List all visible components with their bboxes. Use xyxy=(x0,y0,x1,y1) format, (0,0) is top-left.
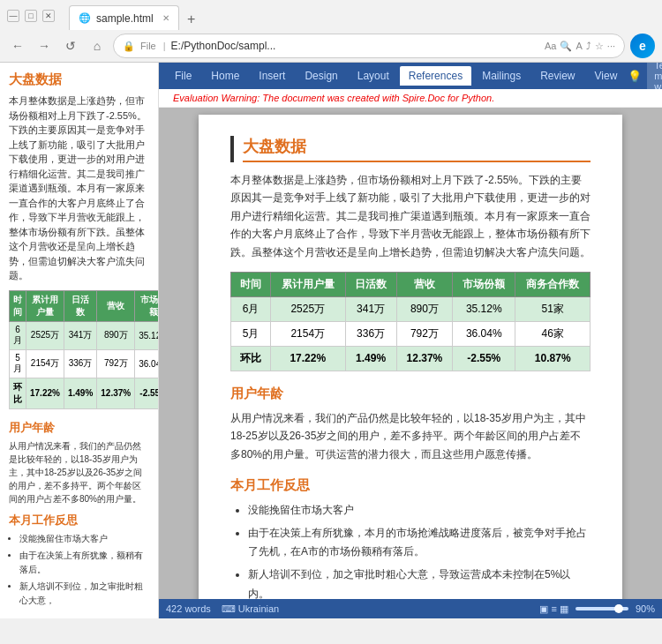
doc-table-cell: 12.37% xyxy=(396,346,452,371)
left-table-cell: 35.12% xyxy=(135,321,159,349)
doc-user-age-section: 用户年龄 从用户情况来看，我们的产品仍然是比较年轻的，以18-35岁用户为主，其… xyxy=(230,386,591,463)
ribbon-tab-home[interactable]: Home xyxy=(202,66,248,86)
doc-content[interactable]: 大盘数据 本月整体数据是上涨趋势，但市场份额相对上月下跌了-2.55%。下跌的主… xyxy=(159,108,662,599)
left-table-cell: 1.49% xyxy=(64,378,96,408)
doc-col-users: 累计用户量 xyxy=(271,272,346,296)
status-bar-left: 422 words ⌨ Ukrainian xyxy=(166,603,279,615)
more-icon[interactable]: ··· xyxy=(607,41,615,51)
favorites-icon[interactable]: ☆ xyxy=(595,41,604,52)
keyboard-icon: ⌨ xyxy=(222,603,236,615)
left-col-market: 市场份额 xyxy=(135,290,159,321)
doc-intro: 本月整体数据是上涨趋势，但市场份额相对上月下跌了-2.55%。下跌的主要原因其一… xyxy=(230,171,591,261)
doc-table-cell: 1.49% xyxy=(345,346,396,371)
doc-table-cell: 36.04% xyxy=(453,321,515,346)
doc-table-cell: 336万 xyxy=(345,321,396,346)
doc-list-item: 新人培训不到位，加之审批时粗心大意，导致运营成本未控制在5%以内。 xyxy=(248,565,591,599)
doc-col-time: 时间 xyxy=(231,272,271,296)
tab-close-button[interactable]: ✕ xyxy=(162,13,169,23)
close-button[interactable]: ✕ xyxy=(42,10,55,22)
doc-list-item: 没能挽留住市场大客户 xyxy=(248,501,591,520)
font-size-icon[interactable]: A xyxy=(575,41,582,51)
ribbon-tab-references[interactable]: References xyxy=(400,66,471,86)
forward-button[interactable]: → xyxy=(34,35,55,56)
doc-table-cell: 35.12% xyxy=(453,296,515,321)
browser-titlebar: — □ ✕ 🌐 sample.html ✕ + xyxy=(0,0,662,32)
tab-title: sample.html xyxy=(96,12,154,25)
ribbon-tab-file[interactable]: File xyxy=(166,66,200,86)
ribbon-tab-design[interactable]: Design xyxy=(296,66,346,86)
doc-user-age-title: 用户年龄 xyxy=(230,386,591,402)
window-controls: — □ ✕ xyxy=(7,10,55,22)
doc-col-revenue: 营收 xyxy=(396,272,452,296)
doc-table-cell: 2154万 xyxy=(271,321,346,346)
left-col-users: 累计用户量 xyxy=(26,290,64,321)
doc-table-cell: 5月 xyxy=(231,321,271,346)
left-reflection-list: 没能挽留住市场大客户由于在决策上有所犹豫，额稍有落后。新人培训不到位，加之审批时… xyxy=(19,532,149,608)
new-tab-button[interactable]: + xyxy=(181,9,202,30)
search-icon[interactable]: 🔍 xyxy=(560,41,572,52)
browser-tab[interactable]: 🌐 sample.html ✕ xyxy=(69,5,179,30)
left-table-cell: 17.22% xyxy=(26,378,64,408)
tab-bar: 🌐 sample.html ✕ + xyxy=(62,2,655,30)
ribbon-tab-insert[interactable]: Insert xyxy=(250,66,294,86)
share-icon[interactable]: ⤴ xyxy=(586,41,591,51)
doc-list-item: 由于在决策上有所犹豫，本月的市场抢滩战略进度落后，被竞争对手抢占了先机，在A市的… xyxy=(248,524,591,562)
home-button[interactable]: ⌂ xyxy=(87,35,108,56)
left-data-table: 时间 累计用户量 日活数 营收 市场份额 商务合作数 6月2525万341万89… xyxy=(9,290,159,409)
minimize-button[interactable]: — xyxy=(7,10,19,22)
left-table-cell: -2.55% xyxy=(135,378,159,408)
left-title: 大盘数据 xyxy=(9,71,149,88)
zoom-level: 90% xyxy=(636,603,655,614)
doc-user-age-text: 从用户情况来看，我们的产品仍然是比较年轻的，以18-35岁用户为主，其中18-2… xyxy=(230,409,591,463)
word-count: 422 words xyxy=(166,603,211,614)
doc-table-cell: 2525万 xyxy=(271,296,346,321)
left-table-cell: 2525万 xyxy=(26,321,64,349)
doc-table-cell: 6月 xyxy=(231,296,271,321)
maximize-button[interactable]: □ xyxy=(25,10,37,22)
doc-col-dau: 日活数 xyxy=(345,272,396,296)
left-table-cell: 环比 xyxy=(10,378,26,408)
read-mode-icon[interactable]: Aa xyxy=(545,41,556,51)
left-list-item: 新人培训不到位，加之审批时粗心大意， xyxy=(19,580,149,608)
ribbon-tab-review[interactable]: Review xyxy=(531,66,583,86)
ribbon-tab-view[interactable]: View xyxy=(586,66,627,86)
edge-logo: e xyxy=(630,34,655,58)
left-table-cell: 341万 xyxy=(64,321,96,349)
lock-icon: 🔒 xyxy=(123,41,135,52)
left-table-cell: 890万 xyxy=(97,321,135,349)
language-indicator: ⌨ Ukrainian xyxy=(222,603,279,615)
left-user-age-text: 从用户情况来看，我们的产品仍然是比较年轻的，以18-35岁用户为主，其中18-2… xyxy=(9,439,149,505)
doc-data-table: 时间 累计用户量 日活数 营收 市场份额 商务合作数 6月2525万341万89… xyxy=(230,272,591,371)
doc-col-market: 市场份额 xyxy=(453,272,515,296)
address-icons: Aa 🔍 A ⤴ ☆ ··· xyxy=(545,41,615,52)
ribbon-tab-layout[interactable]: Layout xyxy=(349,66,398,86)
zoom-slider[interactable] xyxy=(575,607,628,610)
left-table-cell: 12.37% xyxy=(97,378,135,408)
left-panel: 大盘数据 本月整体数据是上涨趋势，但市场份额相对上月下跌了-2.55%。下跌的主… xyxy=(0,63,159,618)
word-status-bar: 422 words ⌨ Ukrainian ▣ ≡ ▦ 90% xyxy=(159,599,662,618)
doc-table-cell: 341万 xyxy=(345,296,396,321)
doc-table-cell: -2.55% xyxy=(453,346,515,371)
back-button[interactable]: ← xyxy=(7,35,28,56)
left-col-dau: 日活数 xyxy=(64,290,96,321)
doc-reflection-title: 本月工作反思 xyxy=(230,477,591,494)
address-text: E:/PythonDoc/sampl... xyxy=(171,40,539,52)
refresh-button[interactable]: ↺ xyxy=(60,35,81,56)
address-bar[interactable]: 🔒 File | E:/PythonDoc/sampl... Aa 🔍 A ⤴ … xyxy=(113,34,625,58)
zoom-thumb xyxy=(614,604,623,613)
eval-warning-text: Evaluation Warning: The document was cre… xyxy=(173,93,494,103)
doc-title: 大盘数据 xyxy=(243,136,591,162)
doc-table-cell: 环比 xyxy=(231,346,271,371)
ribbon-tab-mailings[interactable]: Mailings xyxy=(473,66,530,86)
doc-table-cell: 17.22% xyxy=(271,346,346,371)
left-col-revenue: 营收 xyxy=(97,290,135,321)
doc-reflection-section: 本月工作反思 没能挽留住市场大客户由于在决策上有所犹豫，本月的市场抢滩战略进度落… xyxy=(230,477,591,599)
doc-table-cell: 890万 xyxy=(396,296,452,321)
eval-warning: Evaluation Warning: The document was cre… xyxy=(159,89,662,108)
doc-table-cell: 51家 xyxy=(515,296,591,321)
word-ribbon: File Home Insert Design Layout Reference… xyxy=(159,63,662,89)
language-text: Ukrainian xyxy=(238,603,279,614)
left-table-cell: 792万 xyxy=(97,349,135,378)
left-reflection-title: 本月工作反思 xyxy=(9,513,149,528)
left-table-cell: 5月 xyxy=(10,349,26,378)
